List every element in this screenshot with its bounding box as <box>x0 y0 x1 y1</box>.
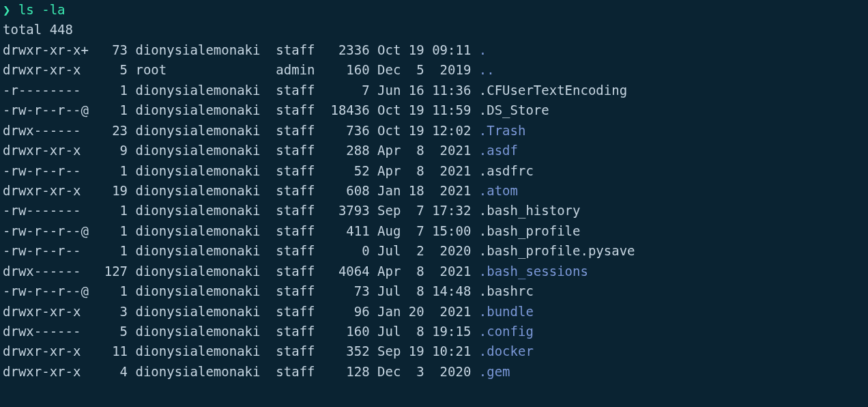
file-metadata: drwxr-xr-x 9 dionysialemonaki staff 288 … <box>3 143 479 158</box>
list-item: drwx------ 23 dionysialemonaki staff 736… <box>3 121 865 141</box>
list-item: drwxr-xr-x 4 dionysialemonaki staff 128 … <box>3 362 865 382</box>
file-metadata: drwxr-xr-x 19 dionysialemonaki staff 608… <box>3 183 479 198</box>
prompt-symbol: ❯ <box>3 2 10 17</box>
file-metadata: -r-------- 1 dionysialemonaki staff 7 Ju… <box>3 83 479 98</box>
list-item: drwxr-xr-x+ 73 dionysialemonaki staff 23… <box>3 40 865 60</box>
file-metadata: drwxr-xr-x 11 dionysialemonaki staff 352… <box>3 343 479 359</box>
file-metadata: -rw-r--r--@ 1 dionysialemonaki staff 184… <box>3 102 479 117</box>
list-item: -rw-r--r-- 1 dionysialemonaki staff 0 Ju… <box>3 241 865 261</box>
directory-name: . <box>479 42 487 57</box>
directory-name: .bash_sessions <box>479 264 588 279</box>
directory-name: .gem <box>479 364 510 379</box>
total-line: total 448 <box>3 20 865 40</box>
directory-name: .bundle <box>479 304 534 319</box>
list-item: drwxr-xr-x 9 dionysialemonaki staff 288 … <box>3 141 865 160</box>
file-listing: drwxr-xr-x+ 73 dionysialemonaki staff 23… <box>3 40 865 382</box>
file-metadata: drwx------ 127 dionysialemonaki staff 40… <box>3 264 479 279</box>
list-item: -rw-r--r--@ 1 dionysialemonaki staff 73 … <box>3 281 865 301</box>
list-item: drwxr-xr-x 19 dionysialemonaki staff 608… <box>3 181 865 201</box>
file-metadata: drwxr-xr-x 4 dionysialemonaki staff 128 … <box>3 364 479 379</box>
file-metadata: drwxr-xr-x+ 73 dionysialemonaki staff 23… <box>3 42 479 57</box>
command-text: ls -la <box>18 2 66 17</box>
list-item: -r-------- 1 dionysialemonaki staff 7 Ju… <box>3 81 865 100</box>
file-metadata: -rw-r--r--@ 1 dionysialemonaki staff 73 … <box>3 283 479 298</box>
file-name: .DS_Store <box>479 102 549 117</box>
file-name: .bash_profile <box>479 223 581 238</box>
file-metadata: -rw-r--r-- 1 dionysialemonaki staff 0 Ju… <box>3 243 479 258</box>
directory-name: .asdf <box>479 143 518 158</box>
file-metadata: drwxr-xr-x 5 root admin 160 Dec 5 2019 <box>3 62 479 77</box>
list-item: drwx------ 127 dionysialemonaki staff 40… <box>3 262 865 281</box>
file-name: .bash_history <box>479 203 581 218</box>
file-name: .CFUserTextEncoding <box>479 83 627 98</box>
file-metadata: -rw-r--r-- 1 dionysialemonaki staff 52 A… <box>3 163 479 178</box>
file-metadata: drwxr-xr-x 3 dionysialemonaki staff 96 J… <box>3 304 479 319</box>
list-item: -rw-r--r--@ 1 dionysialemonaki staff 184… <box>3 100 865 120</box>
list-item: drwxr-xr-x 5 root admin 160 Dec 5 2019 .… <box>3 60 865 80</box>
list-item: -rw-r--r-- 1 dionysialemonaki staff 52 A… <box>3 161 865 181</box>
directory-name: .config <box>479 324 534 339</box>
file-name: .bash_profile.pysave <box>479 243 635 258</box>
file-metadata: drwx------ 23 dionysialemonaki staff 736… <box>3 123 479 138</box>
list-item: drwxr-xr-x 11 dionysialemonaki staff 352… <box>3 341 865 361</box>
terminal-window[interactable]: ❯ ls -la total 448 drwxr-xr-x+ 73 dionys… <box>0 0 868 382</box>
directory-name: .. <box>479 62 495 77</box>
file-metadata: -rw------- 1 dionysialemonaki staff 3793… <box>3 203 479 218</box>
directory-name: .Trash <box>479 123 526 138</box>
list-item: -rw-r--r--@ 1 dionysialemonaki staff 411… <box>3 221 865 241</box>
file-name: .asdfrc <box>479 163 534 178</box>
file-metadata: -rw-r--r--@ 1 dionysialemonaki staff 411… <box>3 223 479 238</box>
list-item: drwxr-xr-x 3 dionysialemonaki staff 96 J… <box>3 302 865 322</box>
list-item: drwx------ 5 dionysialemonaki staff 160 … <box>3 322 865 341</box>
file-metadata: drwx------ 5 dionysialemonaki staff 160 … <box>3 324 479 339</box>
file-name: .bashrc <box>479 283 534 298</box>
directory-name: .atom <box>479 183 518 198</box>
prompt-line: ❯ ls -la <box>3 0 865 20</box>
list-item: -rw------- 1 dionysialemonaki staff 3793… <box>3 201 865 221</box>
directory-name: .docker <box>479 343 534 359</box>
